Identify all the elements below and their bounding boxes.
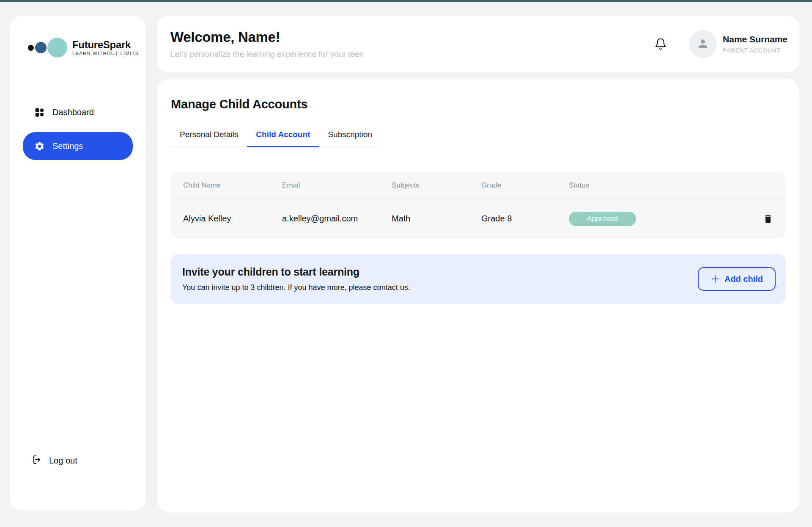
- invite-title: Invite your children to start learning: [182, 266, 410, 278]
- main-card: Manage Child Accounts Personal Details C…: [157, 79, 799, 512]
- cell-subjects: Math: [392, 214, 481, 223]
- user-name: Name Surname: [723, 34, 787, 44]
- page-title: Welcome, Name!: [170, 29, 364, 45]
- sidebar-item-label: Settings: [52, 141, 83, 151]
- header: Welcome, Name! Let’s personalize the lea…: [157, 16, 799, 72]
- add-child-label: Add child: [724, 274, 763, 284]
- child-accounts-table: Child Name Email Subjects Grade Status A…: [171, 172, 786, 238]
- plus-icon: [710, 274, 720, 284]
- avatar[interactable]: [689, 30, 717, 58]
- column-header-subjects: Subjects: [392, 181, 481, 190]
- trash-icon: [763, 213, 774, 224]
- table-header-row: Child Name Email Subjects Grade Status: [171, 172, 786, 199]
- sidebar-nav: Dashboard Settings: [10, 98, 145, 160]
- tab-bar: Personal Details Child Account Subscript…: [171, 127, 381, 147]
- notifications-bell-icon[interactable]: [654, 38, 667, 50]
- user-role-badge: PARENT ACCOUNT: [723, 47, 787, 54]
- logout-icon: [32, 455, 42, 467]
- column-header-email: Email: [282, 181, 392, 190]
- table-row: Alyvia Kelley a.kelley@gmail.com Math Gr…: [171, 199, 786, 238]
- invite-description: You can invite up to 3 children. If you …: [182, 283, 410, 292]
- sidebar: FutureSpark LEARN WITHOUT LIMITS Dashboa…: [10, 16, 145, 511]
- cell-grade: Grade 8: [481, 214, 569, 223]
- tab-personal-details[interactable]: Personal Details: [171, 127, 247, 147]
- cell-child-name: Alyvia Kelley: [183, 214, 282, 223]
- logo-circles-icon: [28, 38, 67, 58]
- section-title: Manage Child Accounts: [171, 97, 786, 111]
- dashboard-grid-icon: [34, 107, 45, 118]
- sidebar-item-label: Dashboard: [52, 108, 94, 117]
- gear-icon: [34, 141, 45, 152]
- sidebar-item-dashboard[interactable]: Dashboard: [23, 98, 133, 126]
- invite-banner: Invite your children to start learning Y…: [171, 254, 786, 304]
- column-header-grade: Grade: [481, 181, 569, 190]
- cell-email: a.kelley@gmail.com: [282, 214, 392, 223]
- logout-button[interactable]: Log out: [10, 455, 145, 467]
- brand-logo: FutureSpark LEARN WITHOUT LIMITS: [10, 16, 145, 58]
- brand-name: FutureSpark: [72, 39, 139, 50]
- add-child-button[interactable]: Add child: [698, 267, 776, 291]
- logout-label: Log out: [49, 456, 77, 466]
- column-header-child-name: Child Name: [183, 181, 282, 190]
- tab-child-account[interactable]: Child Account: [247, 127, 319, 147]
- brand-tagline: LEARN WITHOUT LIMITS: [72, 51, 139, 56]
- status-badge: Approved: [569, 212, 636, 226]
- column-header-status: Status: [569, 181, 754, 190]
- page-subtitle: Let’s personalize the learning experienc…: [170, 50, 364, 59]
- delete-child-button[interactable]: [754, 213, 774, 224]
- top-accent-bar: [0, 0, 812, 2]
- sidebar-item-settings[interactable]: Settings: [23, 132, 133, 160]
- tab-subscription[interactable]: Subscription: [319, 127, 381, 147]
